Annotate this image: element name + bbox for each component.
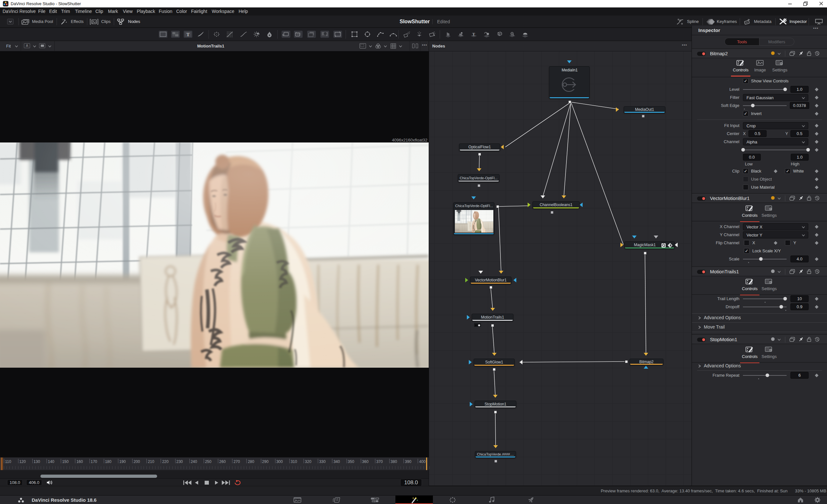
svg-text:T: T <box>186 32 189 37</box>
svg-text:T: T <box>472 32 475 37</box>
